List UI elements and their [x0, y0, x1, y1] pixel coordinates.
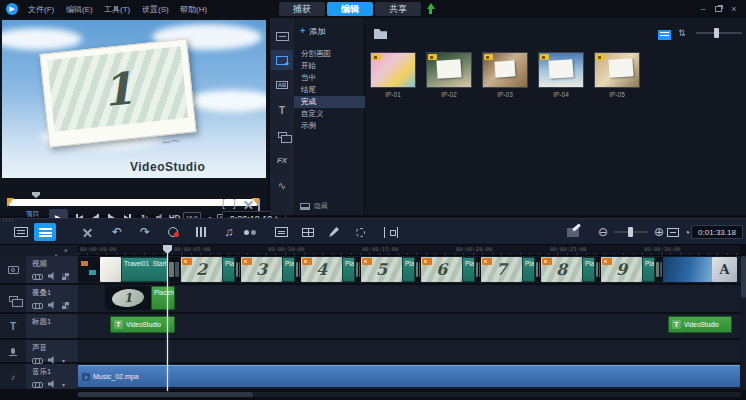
title-track-row[interactable]: [78, 314, 741, 338]
category-ending[interactable]: 结尾: [294, 84, 365, 96]
video-clip-photo[interactable]: [100, 257, 121, 282]
category-beginning[interactable]: 开始: [294, 60, 365, 72]
import-folder-icon[interactable]: [374, 29, 387, 39]
video-clip-9[interactable]: 9: [601, 257, 642, 282]
motion-path-button[interactable]: ∿: [271, 175, 293, 195]
video-clip-8[interactable]: 8: [541, 257, 582, 282]
expand-icon[interactable]: ▾: [62, 357, 65, 364]
tab-edit[interactable]: 编辑: [327, 2, 373, 16]
sound-mixer-button[interactable]: [190, 223, 212, 241]
title-library-button[interactable]: T: [271, 100, 293, 120]
insert-track-dropdown-icon[interactable]: ▾: [64, 247, 68, 255]
hide-panel-button[interactable]: 隐藏: [300, 201, 328, 211]
title-clip-2[interactable]: T VideoStudio: [668, 316, 732, 333]
subtitle-editor-button[interactable]: [270, 223, 292, 241]
horizontal-scrollbar[interactable]: [78, 392, 741, 397]
menu-edit[interactable]: 编辑(E): [66, 4, 93, 15]
scrollbar-thumb[interactable]: [741, 256, 746, 298]
category-middle[interactable]: 当中: [294, 72, 365, 84]
timeline-zoom-slider[interactable]: [614, 226, 648, 238]
auto-music-button[interactable]: ♫: [218, 223, 240, 241]
scope-project-label[interactable]: 项目: [26, 209, 39, 218]
clip-tail[interactable]: Pla: [462, 257, 475, 282]
timeline-zoom-out-button[interactable]: ⊖: [592, 223, 614, 241]
track-motion-button[interactable]: [380, 223, 402, 241]
vertical-scrollbar[interactable]: [741, 256, 746, 390]
link-icon[interactable]: [32, 274, 43, 279]
graphic-library-button[interactable]: [271, 125, 293, 145]
enlarge-preview-button[interactable]: [258, 200, 260, 211]
clip-tail[interactable]: Pla: [402, 257, 415, 282]
video-clip-4[interactable]: 4: [301, 257, 342, 282]
title-clip-1[interactable]: T VideoStudio: [110, 316, 175, 333]
video-clip-start[interactable]: Travel01_Start: [121, 257, 168, 282]
playhead-line[interactable]: [167, 245, 168, 391]
mark-in-button[interactable]: [: [222, 198, 225, 209]
video-clip-5[interactable]: 5: [361, 257, 402, 282]
expand-icon[interactable]: ▾: [62, 381, 65, 388]
insert-track-button[interactable]: [52, 247, 60, 254]
link-icon[interactable]: [32, 358, 43, 363]
link-icon[interactable]: [32, 303, 43, 308]
tab-share[interactable]: 共享: [375, 2, 421, 16]
restore-button[interactable]: [711, 2, 725, 15]
template-thumb-3[interactable]: [482, 52, 528, 88]
video-track-header[interactable]: 视频: [0, 256, 78, 283]
mute-icon[interactable]: [48, 301, 57, 309]
clip-tail[interactable]: Pla: [582, 257, 595, 282]
timeline-ruler[interactable]: 00:00:00:00 00:00:05:00 00:00:10:00 00:0…: [78, 245, 741, 256]
template-thumb-4[interactable]: [538, 52, 584, 88]
media-library-button[interactable]: [271, 26, 293, 46]
clip-tail[interactable]: Pla: [282, 257, 295, 282]
undo-button[interactable]: ↶: [106, 223, 128, 241]
add-category-button[interactable]: +添加: [300, 26, 325, 37]
menu-tools[interactable]: 工具(T): [104, 4, 130, 15]
mark-out-button[interactable]: ]: [233, 198, 236, 209]
clip-tail[interactable]: Pla: [642, 257, 655, 282]
mute-icon[interactable]: [48, 380, 57, 388]
video-clip-6[interactable]: 6: [421, 257, 462, 282]
time-remap-button[interactable]: [349, 223, 371, 241]
template-thumb-5[interactable]: [594, 52, 640, 88]
music-clip[interactable]: ♪ Music_02.mpa: [78, 365, 740, 387]
instant-project-button[interactable]: [271, 50, 293, 70]
mute-icon[interactable]: [48, 356, 57, 364]
crossed-tools-button[interactable]: [76, 223, 98, 241]
link-icon[interactable]: [32, 382, 43, 387]
video-clip-7[interactable]: 7: [481, 257, 522, 282]
transition-marker[interactable]: [168, 257, 180, 282]
template-thumb-1[interactable]: [370, 52, 416, 88]
overlay-track-row[interactable]: [78, 285, 741, 312]
video-clip-2[interactable]: 2: [181, 257, 222, 282]
video-clip-3[interactable]: 3: [241, 257, 282, 282]
overlay-clip-thumb[interactable]: 1: [105, 286, 151, 310]
preview-scrubber[interactable]: [8, 199, 258, 206]
title-track-header[interactable]: T 标题1: [0, 314, 78, 338]
mask-creator-button[interactable]: [562, 223, 584, 241]
tab-capture[interactable]: 捕获: [279, 2, 325, 16]
close-button[interactable]: ×: [727, 2, 741, 15]
category-sample[interactable]: 示例: [294, 120, 365, 132]
overlay-clip-tail[interactable]: Placehold: [151, 286, 175, 310]
menu-settings[interactable]: 设置(S): [142, 4, 169, 15]
clip-tail[interactable]: Pla: [222, 257, 235, 282]
slider-thumb[interactable]: [628, 227, 633, 237]
transition-marker[interactable]: [655, 257, 663, 282]
filter-library-button[interactable]: FX: [271, 150, 293, 170]
mute-icon[interactable]: [48, 272, 57, 280]
storyboard-view-button[interactable]: [10, 223, 32, 241]
template-thumb-2[interactable]: [426, 52, 472, 88]
pan-zoom-button[interactable]: [323, 223, 345, 241]
scrollbar-thumb[interactable]: [78, 392, 253, 397]
sort-button[interactable]: ⇅: [678, 28, 686, 38]
minimize-button[interactable]: –: [696, 2, 710, 15]
thumbnail-view-button[interactable]: [658, 30, 671, 40]
menu-file[interactable]: 文件(F): [28, 4, 54, 15]
video-clip-collage[interactable]: [78, 257, 100, 282]
split-screen-template-button[interactable]: [297, 223, 319, 241]
trim-start-handle[interactable]: [7, 198, 14, 207]
gallery-zoom-slider[interactable]: [696, 27, 742, 39]
video-clip-end[interactable]: [663, 257, 712, 282]
voice-track-header[interactable]: 声音 ▾: [0, 340, 78, 362]
category-complete[interactable]: 完成: [294, 96, 365, 108]
